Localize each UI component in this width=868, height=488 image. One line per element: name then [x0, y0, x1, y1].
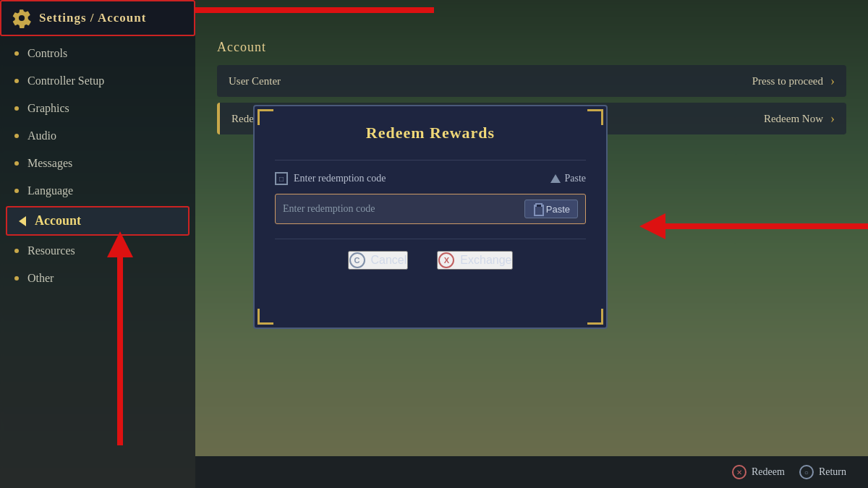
header-title: Settings / Account: [39, 11, 146, 25]
arrow-line-right: [665, 223, 868, 229]
bottom-redeem-button[interactable]: ✕ Redeem: [732, 465, 785, 479]
arrow-line-horizontal: [195, 7, 434, 13]
arrow-tip-right: [639, 213, 665, 239]
sidebar-label-other: Other: [27, 272, 54, 285]
modal-separator-bottom: [275, 239, 586, 239]
bullet-icon: [14, 189, 19, 193]
code-input-row[interactable]: Paste: [275, 194, 586, 224]
clipboard-icon: [532, 203, 542, 215]
sidebar-item-controller-setup[interactable]: Controller Setup: [0, 67, 195, 95]
user-center-label: User Center: [229, 75, 752, 87]
user-center-row[interactable]: User Center Press to proceed ›: [217, 65, 846, 97]
sidebar-label-messages: Messages: [27, 157, 72, 170]
exchange-label: Exchange: [460, 254, 511, 267]
triangle-icon: [550, 174, 561, 183]
sidebar-label-resources: Resources: [27, 244, 75, 257]
modal-label-text: Enter redemption code: [294, 173, 386, 184]
x-button-icon: ✕: [732, 465, 746, 479]
sidebar-item-audio[interactable]: Audio: [0, 122, 195, 150]
exchange-circle-icon: X: [438, 252, 454, 268]
sidebar-label-language: Language: [27, 184, 73, 197]
corner-ornament-tl: [258, 109, 273, 125]
bottom-return-button[interactable]: ○ Return: [799, 465, 846, 479]
bullet-icon: [14, 161, 19, 166]
sidebar-label-account: Account: [35, 213, 81, 228]
bullet-icon: [14, 106, 19, 111]
redeem-rewards-modal: Redeem Rewards □ Enter redemption code P…: [253, 105, 608, 329]
controller-square-icon: □: [275, 172, 288, 185]
cancel-icon-label: C: [354, 256, 360, 265]
sidebar-item-messages[interactable]: Messages: [0, 150, 195, 177]
bottom-bar: ✕ Redeem ○ Return: [195, 456, 868, 488]
paste-hint-label: Paste: [564, 173, 586, 184]
redemption-code-input[interactable]: [283, 203, 524, 215]
cancel-button[interactable]: C Cancel: [348, 251, 409, 270]
bullet-icon: [14, 134, 19, 138]
gear-icon: [12, 8, 32, 28]
sidebar-label-controller-setup: Controller Setup: [27, 74, 104, 87]
active-arrow-icon: [19, 216, 26, 226]
bullet-icon: [14, 51, 19, 56]
bullet-icon: [14, 249, 19, 253]
paste-hint: Paste: [550, 173, 586, 184]
exchange-icon-label: X: [444, 256, 449, 265]
sidebar-item-graphics[interactable]: Graphics: [0, 95, 195, 122]
corner-ornament-br: [587, 309, 603, 325]
arrow-line-vertical: [117, 257, 123, 445]
user-center-value: Press to proceed: [752, 75, 823, 87]
modal-actions: C Cancel X Exchange: [275, 251, 586, 270]
section-title: Account: [217, 40, 846, 55]
corner-ornament-bl: [258, 309, 273, 325]
bottom-return-label: Return: [819, 466, 846, 478]
bottom-redeem-label: Redeem: [752, 466, 785, 478]
bullet-icon: [14, 79, 19, 83]
modal-separator-top: [275, 160, 586, 160]
sidebar-item-other[interactable]: Other: [0, 265, 195, 292]
sidebar-item-resources[interactable]: Resources: [0, 237, 195, 265]
modal-title: Redeem Rewards: [275, 124, 586, 142]
sidebar-label-graphics: Graphics: [27, 102, 69, 115]
sidebar-label-controls: Controls: [27, 47, 67, 60]
row-arrow-icon: ›: [830, 74, 835, 89]
redeem-code-value: Redeem Now: [764, 113, 823, 125]
settings-header: Settings / Account: [0, 0, 195, 36]
sidebar-item-controls[interactable]: Controls: [0, 40, 195, 67]
sidebar-item-language[interactable]: Language: [0, 177, 195, 205]
corner-ornament-tr: [587, 109, 603, 125]
paste-button[interactable]: Paste: [524, 200, 578, 218]
arrow-tip-up: [107, 231, 133, 257]
modal-label-row: □ Enter redemption code Paste: [275, 172, 586, 185]
account-arrow: [107, 231, 133, 445]
input-arrow: [639, 213, 868, 239]
bullet-icon: [14, 276, 19, 281]
cancel-label: Cancel: [371, 254, 407, 267]
sidebar-label-audio: Audio: [27, 129, 56, 142]
paste-button-label: Paste: [546, 204, 570, 215]
o-button-icon: ○: [799, 465, 814, 479]
header-arrow: [195, 7, 434, 13]
sidebar-item-account[interactable]: Account: [6, 206, 190, 236]
exchange-button[interactable]: X Exchange: [437, 251, 513, 270]
cancel-circle-icon: C: [349, 252, 365, 268]
row-arrow-icon-2: ›: [830, 111, 835, 127]
sidebar: Controls Controller Setup Graphics Audio…: [0, 0, 195, 488]
